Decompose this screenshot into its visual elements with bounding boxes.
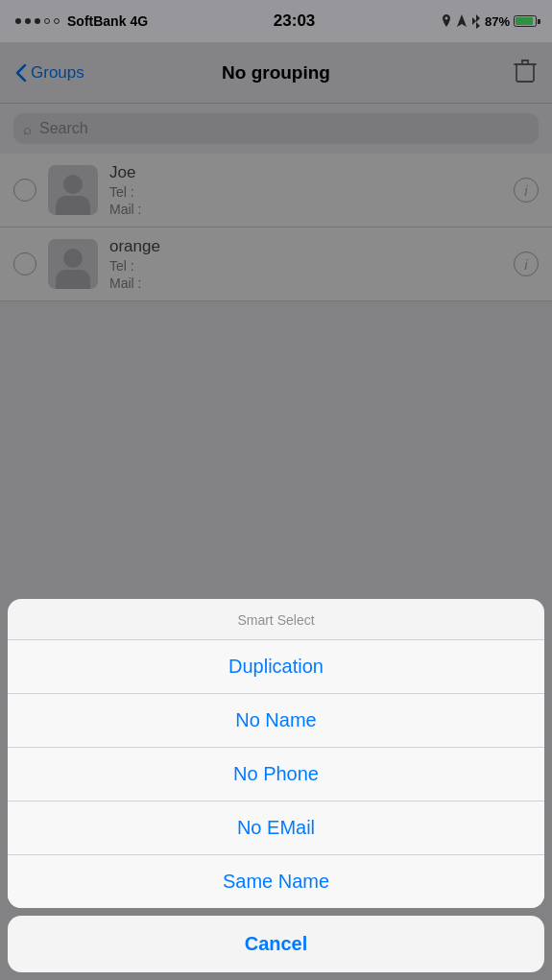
action-sheet-no-phone[interactable]: No Phone: [8, 748, 544, 801]
action-sheet-no-email[interactable]: No EMail: [8, 801, 544, 855]
action-sheet-cancel[interactable]: Cancel: [8, 916, 544, 972]
action-sheet-no-name[interactable]: No Name: [8, 694, 544, 748]
action-sheet-container: Smart Select Duplication No Name No Phon…: [0, 599, 552, 980]
action-sheet-same-name[interactable]: Same Name: [8, 855, 544, 908]
action-sheet-duplication[interactable]: Duplication: [8, 640, 544, 694]
action-sheet-title: Smart Select: [8, 599, 544, 640]
action-sheet-main: Smart Select Duplication No Name No Phon…: [8, 599, 544, 908]
cancel-button[interactable]: Cancel: [8, 916, 544, 972]
